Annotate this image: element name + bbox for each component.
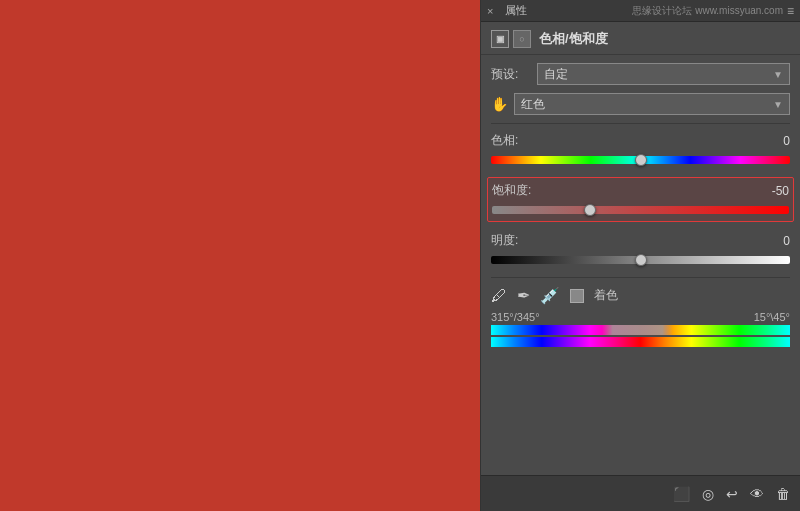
footer-reset-icon[interactable]: ↩ <box>726 486 738 502</box>
saturation-header: 饱和度: -50 <box>492 182 789 199</box>
hue-track-wrap[interactable] <box>491 153 790 167</box>
divider2 <box>491 277 790 278</box>
colorize-checkbox[interactable] <box>570 289 584 303</box>
top-color-bar-overlay <box>602 325 674 335</box>
topbar-left: × 属性 <box>487 3 527 18</box>
panel-footer: ⬛ ◎ ↩ 👁 🗑 <box>481 475 800 511</box>
adjustment-title: 色相/饱和度 <box>539 30 608 48</box>
watermark-text: 思缘设计论坛 www.missyuan.com <box>632 4 783 18</box>
preset-dropdown[interactable]: 自定 ▼ <box>537 63 790 85</box>
channel-dropdown[interactable]: 红色 ▼ <box>514 93 790 115</box>
channel-row: ✋ 红色 ▼ <box>491 93 790 115</box>
bottom-color-bar-gradient <box>491 337 790 347</box>
preset-label: 预设: <box>491 66 531 83</box>
hue-sat-icon[interactable]: ▣ <box>491 30 509 48</box>
panel-topbar: × 属性 思缘设计论坛 www.missyuan.com ≡ <box>481 0 800 22</box>
header-title-row: ▣ ○ 色相/饱和度 <box>491 30 790 48</box>
saturation-track-wrap[interactable] <box>492 203 789 217</box>
panel-title: 属性 <box>505 3 527 18</box>
saturation-thumb[interactable] <box>584 204 596 216</box>
panel-content: 预设: 自定 ▼ ✋ 红色 ▼ 色相: 0 <box>481 55 800 475</box>
properties-panel: × 属性 思缘设计论坛 www.missyuan.com ≡ ▣ ○ 色相/饱和… <box>480 0 800 511</box>
preset-dropdown-arrow: ▼ <box>773 69 783 80</box>
lightness-label: 明度: <box>491 232 518 249</box>
hue-section: 色相: 0 <box>491 132 790 167</box>
hue-thumb[interactable] <box>635 154 647 166</box>
panel-menu-button[interactable]: ≡ <box>787 4 794 18</box>
range-right-label: 15°\45° <box>754 311 790 323</box>
lightness-section: 明度: 0 <box>491 232 790 267</box>
eyedropper-icon[interactable]: 💉 <box>540 286 560 305</box>
panel-header: ▣ ○ 色相/饱和度 <box>481 22 800 55</box>
bottom-color-bar <box>491 337 790 347</box>
bottom-icons-row: 🖊 ✒ 💉 着色 <box>491 286 790 305</box>
footer-eye-icon[interactable]: 👁 <box>750 486 764 502</box>
lightness-thumb[interactable] <box>635 254 647 266</box>
close-button[interactable]: × <box>487 6 497 16</box>
hue-header: 色相: 0 <box>491 132 790 149</box>
eyedropper-subtract-icon[interactable]: ✒ <box>517 286 530 305</box>
topbar-right: 思缘设计论坛 www.missyuan.com ≡ <box>632 4 794 18</box>
channel-value: 红色 <box>521 96 545 113</box>
divider1 <box>491 123 790 124</box>
footer-visibility-icon[interactable]: ◎ <box>702 486 714 502</box>
saturation-section: 饱和度: -50 <box>487 177 794 222</box>
canvas-area <box>0 0 480 511</box>
channel-dropdown-arrow: ▼ <box>773 99 783 110</box>
footer-clip-icon[interactable]: ⬛ <box>673 486 690 502</box>
mask-icon[interactable]: ○ <box>513 30 531 48</box>
saturation-track <box>492 206 789 214</box>
saturation-label: 饱和度: <box>492 182 531 199</box>
hand-icon: ✋ <box>491 96 508 112</box>
top-color-bar <box>491 325 790 335</box>
hue-label: 色相: <box>491 132 518 149</box>
color-range-section: 315°/345° 15°\45° <box>491 311 790 347</box>
hue-value: 0 <box>760 134 790 148</box>
preset-row: 预设: 自定 ▼ <box>491 63 790 85</box>
preset-value: 自定 <box>544 66 568 83</box>
saturation-value: -50 <box>759 184 789 198</box>
range-left-label: 315°/345° <box>491 311 540 323</box>
lightness-value: 0 <box>760 234 790 248</box>
color-range-labels: 315°/345° 15°\45° <box>491 311 790 323</box>
lightness-header: 明度: 0 <box>491 232 790 249</box>
footer-delete-icon[interactable]: 🗑 <box>776 486 790 502</box>
header-icons: ▣ ○ <box>491 30 531 48</box>
lightness-track-wrap[interactable] <box>491 253 790 267</box>
colorize-label: 着色 <box>594 287 618 304</box>
eyedropper-add-icon[interactable]: 🖊 <box>491 287 507 305</box>
